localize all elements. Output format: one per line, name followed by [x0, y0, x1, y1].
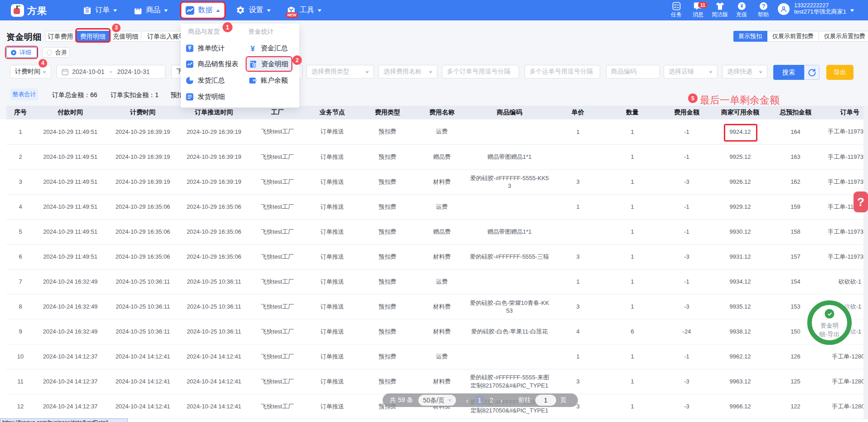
svg-text:?: ? — [761, 3, 765, 10]
svg-text:¥: ¥ — [251, 44, 255, 52]
svg-text:¥: ¥ — [740, 3, 743, 9]
